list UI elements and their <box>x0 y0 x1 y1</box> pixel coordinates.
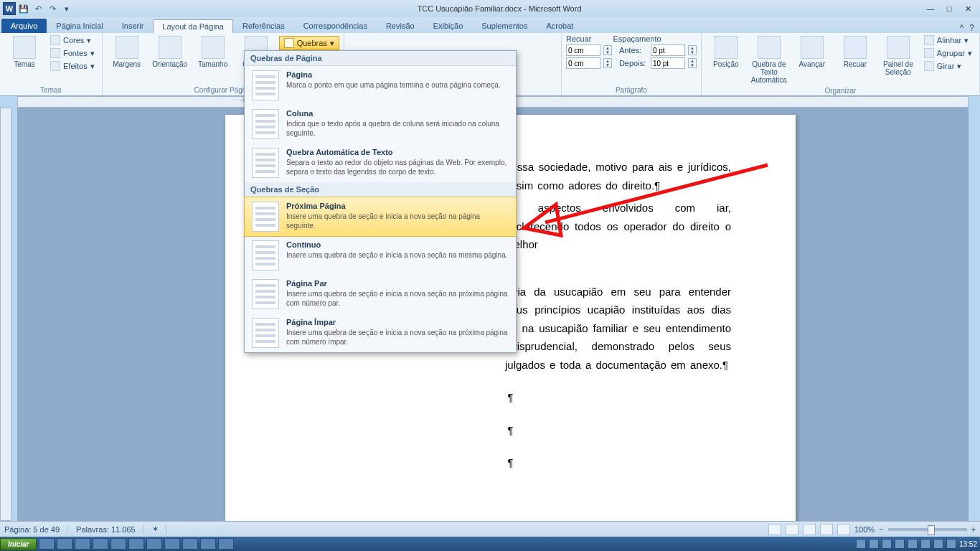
tab-review[interactable]: Revisão <box>377 19 424 33</box>
taskbar-app-3[interactable] <box>75 538 90 550</box>
tray-icon[interactable] <box>869 539 879 549</box>
group-button[interactable]: Agrupar ▾ <box>921 47 975 59</box>
help-icon[interactable]: ? <box>969 23 974 33</box>
tray-icon[interactable] <box>933 539 943 549</box>
size-icon <box>202 36 225 59</box>
status-zoom-percent[interactable]: 100% <box>854 525 875 534</box>
ribbon-minimize-icon[interactable]: ^ <box>960 23 964 33</box>
paragraph-mark[interactable]: ¶ <box>290 453 731 472</box>
status-word-count[interactable]: Palavras: 11.065 <box>76 525 143 534</box>
taskbar-app-4[interactable] <box>93 538 108 550</box>
save-icon[interactable]: 💾 <box>17 2 30 15</box>
spacing-before-input[interactable] <box>651 44 685 56</box>
tab-view[interactable]: Exibição <box>424 19 473 33</box>
theme-effects-button[interactable]: Efeitos ▾ <box>47 60 98 72</box>
minimize-button[interactable]: — <box>923 4 938 14</box>
align-button[interactable]: Alinhar ▾ <box>921 34 975 46</box>
taskbar-app-9[interactable] <box>182 538 198 550</box>
zoom-in-button[interactable]: + <box>971 525 976 534</box>
tray-icon[interactable] <box>895 539 905 549</box>
view-outline-button[interactable] <box>820 524 833 535</box>
taskbar-app-1[interactable] <box>39 538 55 550</box>
windows-taskbar: Iniciar 13:52 <box>0 537 980 551</box>
word-app-icon[interactable]: W <box>3 2 16 15</box>
taskbar-app-8[interactable] <box>164 538 180 550</box>
view-web-layout-button[interactable] <box>803 524 816 535</box>
taskbar-app-6[interactable] <box>128 538 144 550</box>
doc-paragraph[interactable]: tória da usucapião em seu para entender … <box>505 283 731 375</box>
redo-icon[interactable]: ↷ <box>46 2 59 15</box>
status-proofing-icon[interactable]: ✶ <box>152 524 166 534</box>
position-icon <box>715 36 738 59</box>
tab-references[interactable]: Referências <box>233 19 294 33</box>
themes-icon <box>13 36 36 59</box>
status-page[interactable]: Página: 5 de 49 <box>4 525 67 534</box>
qat-customize-icon[interactable]: ▾ <box>60 2 73 15</box>
indent-right-input[interactable] <box>566 57 600 69</box>
view-print-layout-button[interactable] <box>768 524 781 535</box>
spacing-before-spinner[interactable]: Antes:▲▼ <box>619 44 697 56</box>
start-button[interactable]: Iniciar <box>0 538 37 550</box>
spacing-after-input[interactable] <box>651 57 685 69</box>
selection-pane-button[interactable]: Painel de Seleção <box>878 34 918 77</box>
break-text-wrapping-item[interactable]: Quebra Automática de TextoSepara o texto… <box>245 143 516 182</box>
themes-button[interactable]: Temas <box>4 34 44 70</box>
vertical-ruler[interactable] <box>0 108 11 521</box>
break-even-page-item[interactable]: Página ParInsere uma quebra de seção e i… <box>245 275 516 314</box>
bring-forward-button[interactable]: Avançar <box>792 34 832 70</box>
paragraph-mark[interactable]: ¶ <box>290 388 731 407</box>
size-button[interactable]: Tamanho <box>193 34 233 70</box>
tab-page-layout[interactable]: Layout da Página <box>153 19 233 33</box>
tab-mailings[interactable]: Correspondências <box>294 19 377 33</box>
break-odd-page-item[interactable]: Página ÍmparInsere uma quebra de seção e… <box>245 314 516 352</box>
break-column-item[interactable]: ColunaIndica que o texto após a quebra d… <box>245 105 516 143</box>
taskbar-app-7[interactable] <box>146 538 162 550</box>
taskbar-app-5[interactable] <box>110 538 126 550</box>
break-continuous-item[interactable]: ContínuoInsere uma quebra de seção e ini… <box>245 236 516 275</box>
position-button[interactable]: Posição <box>706 34 746 70</box>
indent-left-spinner[interactable]: ▲▼ <box>566 44 612 56</box>
tray-icon[interactable] <box>920 539 930 549</box>
tab-home[interactable]: Página Inicial <box>47 19 112 33</box>
indent-left-input[interactable] <box>566 44 600 56</box>
rotate-button[interactable]: Girar ▾ <box>921 60 975 72</box>
tab-addins[interactable]: Suplementos <box>472 19 537 33</box>
taskbar-app-2[interactable] <box>57 538 72 550</box>
break-next-page-icon <box>252 202 279 232</box>
orientation-button[interactable]: Orientação <box>150 34 190 70</box>
forward-icon <box>801 36 824 59</box>
close-button[interactable]: ✕ <box>960 4 976 14</box>
spacing-after-spinner[interactable]: Depois:▲▼ <box>619 57 697 69</box>
zoom-out-button[interactable]: − <box>879 525 883 534</box>
margins-button[interactable]: Margens <box>107 34 147 70</box>
restore-button[interactable]: □ <box>941 4 957 14</box>
break-page-item[interactable]: PáginaMarca o ponto em que uma página te… <box>245 66 516 105</box>
backward-icon <box>844 36 867 59</box>
group-themes-label: Temas <box>4 85 98 94</box>
theme-fonts-button[interactable]: Fontes ▾ <box>47 47 98 59</box>
tray-icon[interactable] <box>882 539 892 549</box>
break-next-page-item[interactable]: Próxima PáginaInsere uma quebra de seção… <box>244 197 517 237</box>
doc-paragraph[interactable]: os aspectos envolvidos com iar, esclarec… <box>505 199 731 254</box>
doc-paragraph[interactable]: nossa sociedade, motivo para ais e juríd… <box>505 158 731 194</box>
theme-colors-button[interactable]: Cores ▾ <box>47 34 98 46</box>
send-backward-button[interactable]: Recuar <box>835 34 875 70</box>
tray-icon[interactable] <box>908 539 918 549</box>
tab-file[interactable]: Arquivo <box>1 19 47 33</box>
text-wrap-button[interactable]: Quebra de Texto Automática <box>749 34 789 85</box>
zoom-slider[interactable] <box>888 528 967 531</box>
paragraph-mark[interactable]: ¶ <box>290 421 731 440</box>
view-draft-button[interactable] <box>837 524 850 535</box>
breaks-button[interactable]: Quebras ▾ <box>279 36 339 50</box>
indent-right-spinner[interactable]: ▲▼ <box>566 57 612 69</box>
tray-icon[interactable] <box>946 539 956 549</box>
taskbar-clock[interactable]: 13:52 <box>959 540 977 548</box>
taskbar-app-11[interactable] <box>218 538 234 550</box>
title-bar: W 💾 ↶ ↷ ▾ TCC Usucapião Familiar.docx - … <box>0 0 980 17</box>
taskbar-app-10[interactable] <box>200 538 216 550</box>
tab-acrobat[interactable]: Acrobat <box>537 19 583 33</box>
tray-icon[interactable] <box>856 539 866 549</box>
undo-icon[interactable]: ↶ <box>32 2 44 15</box>
tab-insert[interactable]: Inserir <box>113 19 154 33</box>
view-full-screen-button[interactable] <box>786 524 798 535</box>
